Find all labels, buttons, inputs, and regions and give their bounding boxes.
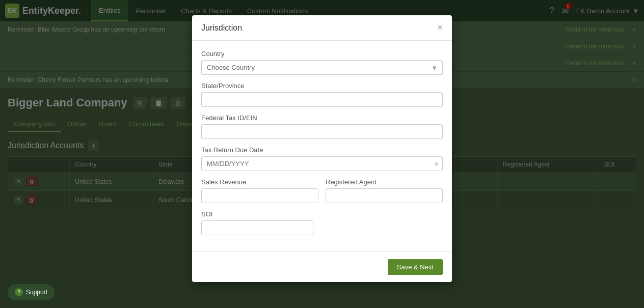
modal-body: Country Choose Country ▼ State/Province …	[192, 41, 452, 251]
soi-field-group: SOI	[201, 210, 443, 235]
registered-agent-input[interactable]	[326, 188, 443, 203]
soi-label: SOI	[201, 210, 443, 218]
tax-return-field-group: Tax Return Due Date ×	[201, 146, 443, 171]
country-label: Country	[201, 50, 443, 58]
modal-header: Jurisdiction ×	[192, 15, 452, 41]
sales-revenue-label: Sales Revenue	[201, 178, 318, 186]
sales-revenue-field-group: Sales Revenue	[201, 178, 318, 203]
state-label: State/Province	[201, 82, 443, 90]
sales-revenue-input[interactable]	[201, 188, 318, 203]
state-input[interactable]	[201, 92, 443, 107]
state-field-group: State/Province	[201, 82, 443, 107]
federal-tax-field-group: Federal Tax ID/EIN	[201, 114, 443, 139]
jurisdiction-modal: Jurisdiction × Country Choose Country ▼ …	[192, 15, 452, 282]
support-button[interactable]: ? Support	[8, 284, 55, 300]
country-field-group: Country Choose Country ▼	[201, 50, 443, 75]
registered-agent-field-group: Registered Agent	[326, 178, 443, 203]
country-select-wrapper: Choose Country ▼	[201, 60, 443, 75]
modal-close-button[interactable]: ×	[437, 22, 443, 33]
save-next-button[interactable]: Save & Next	[388, 259, 443, 275]
revenue-agent-row: Sales Revenue Registered Agent	[201, 178, 443, 210]
tax-return-label: Tax Return Due Date	[201, 146, 443, 154]
modal-title: Jurisdiction	[201, 23, 242, 33]
support-circle-icon: ?	[15, 288, 23, 296]
registered-agent-label: Registered Agent	[326, 178, 443, 186]
modal-overlay: Jurisdiction × Country Choose Country ▼ …	[0, 0, 644, 308]
tax-return-date-wrapper: ×	[201, 156, 443, 171]
modal-footer: Save & Next	[192, 251, 452, 282]
federal-tax-label: Federal Tax ID/EIN	[201, 114, 443, 122]
country-select[interactable]: Choose Country	[201, 60, 443, 75]
soi-input[interactable]	[201, 220, 313, 235]
tax-return-date-input[interactable]	[201, 156, 443, 171]
support-label: Support	[26, 289, 47, 296]
date-clear-icon[interactable]: ×	[435, 160, 439, 168]
federal-tax-input[interactable]	[201, 124, 443, 139]
